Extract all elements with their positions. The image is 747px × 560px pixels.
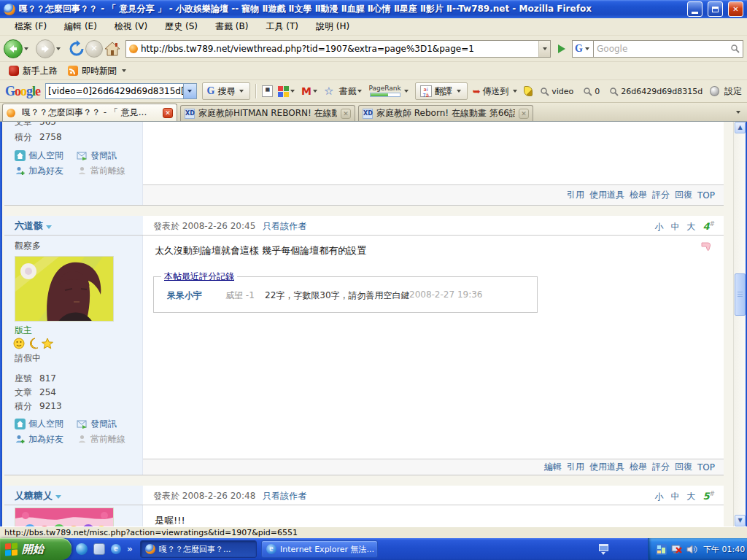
settings-label[interactable]: 設定 (724, 85, 742, 98)
scrollbar-thumb[interactable] (735, 273, 746, 316)
word-find-hash[interactable]: 26d6429d69d8315d (607, 85, 705, 98)
only-author-link[interactable]: 只看該作者 (263, 491, 306, 501)
forward-button[interactable] (36, 39, 55, 58)
pagerank-stamp-icon[interactable]: ▦ (262, 85, 273, 97)
quote-link[interactable]: 引用 (567, 189, 584, 201)
tray-media-icon[interactable] (656, 544, 667, 555)
word-find-video[interactable]: video (538, 85, 576, 98)
personal-space-link[interactable]: 個人空間 (28, 418, 63, 430)
reload-button[interactable] (68, 40, 85, 58)
menu-bookmarks[interactable]: 書籤 (B) (208, 18, 255, 35)
font-large-link[interactable]: 大 (686, 221, 695, 233)
url-bar[interactable] (125, 40, 551, 58)
font-small-link[interactable]: 小 (654, 221, 663, 233)
home-button[interactable] (103, 39, 122, 58)
chevron-more-icon[interactable]: » (127, 544, 133, 554)
top-link[interactable]: TOP (697, 462, 715, 472)
send-to-button[interactable]: ➥ 傳送到 (473, 85, 519, 98)
tray-disconnected-icon[interactable] (671, 544, 682, 555)
restore-button[interactable] (708, 1, 723, 17)
send-message-link[interactable]: 發簡訊 (90, 149, 117, 162)
personal-space-link[interactable]: 個人空間 (28, 149, 63, 162)
google-search-input[interactable] (46, 86, 183, 96)
add-friend-link[interactable]: 加為好友 (28, 433, 63, 446)
menu-history[interactable]: 歷史 (S) (158, 18, 205, 35)
add-friend-link[interactable]: 加為好友 (28, 165, 63, 177)
search-engine-button[interactable]: G (572, 40, 594, 58)
only-author-link[interactable]: 只看該作者 (263, 221, 306, 231)
use-item-link[interactable]: 使用道具 (589, 461, 624, 473)
pagerank-button[interactable]: PageRank (368, 85, 409, 97)
menu-view[interactable]: 檢視 (V) (107, 18, 155, 35)
edit-link[interactable]: 編輯 (544, 461, 562, 473)
google-search-dropdown[interactable] (183, 84, 196, 98)
quote-link[interactable]: 引用 (567, 461, 584, 473)
go-button[interactable] (554, 40, 569, 58)
floor-number[interactable]: 4# (703, 220, 715, 232)
forward-dropdown[interactable] (56, 47, 61, 50)
taskbar-task-firefox[interactable]: 嘎？？怎麼回事？... (140, 540, 257, 558)
menu-help[interactable]: 說明 (H) (309, 18, 357, 35)
search-field[interactable] (594, 40, 743, 58)
close-button[interactable]: ✕ (728, 1, 743, 17)
top-link[interactable]: TOP (697, 190, 715, 201)
font-medium-link[interactable]: 中 (670, 221, 679, 233)
tab-reborn-2[interactable]: XD 家庭教師 Reborn! 在線動畫 第66話 -... ✕ (358, 105, 533, 121)
back-button[interactable] (4, 39, 23, 58)
clock[interactable]: 下午 01:40 (703, 544, 745, 555)
back-dropdown[interactable] (24, 47, 28, 50)
google-search-combo[interactable] (45, 83, 197, 99)
tab-close-icon[interactable]: ✕ (519, 109, 529, 119)
send-message-link[interactable]: 發簡訊 (90, 418, 117, 430)
taskbar-toolbar-handle[interactable] (597, 540, 610, 558)
ie-quicklaunch-icon[interactable]: e (111, 544, 121, 554)
rate-link[interactable]: 評分 (652, 461, 670, 473)
user-avatar[interactable] (15, 508, 114, 526)
tab-close-icon[interactable]: ✕ (163, 108, 173, 118)
floor-number[interactable]: 5# (703, 490, 715, 502)
tray-volume-icon[interactable] (686, 544, 697, 555)
menu-file[interactable]: 檔案 (F) (7, 18, 54, 35)
google-bookmarks-button[interactable]: 書籤 (338, 85, 363, 98)
tab-close-icon[interactable]: ✕ (341, 109, 351, 119)
options-sphere-icon[interactable] (710, 86, 719, 96)
highlighter-icon[interactable] (524, 86, 533, 96)
bookmark-latest-news[interactable]: 即時新聞 (65, 63, 131, 79)
report-link[interactable]: 檢舉 (630, 189, 647, 201)
use-item-link[interactable]: 使用道具 (589, 189, 624, 201)
translate-button[interactable]: ai7ä 翻譯 (415, 82, 468, 100)
search-input[interactable] (597, 44, 730, 54)
tab-list-dropdown[interactable] (732, 105, 745, 120)
reply-link[interactable]: 回復 (675, 189, 692, 201)
taskbar-task-ie[interactable]: e Internet Explorer 無法... (261, 540, 378, 558)
start-button[interactable]: 開始 (0, 538, 71, 560)
vertical-scrollbar[interactable]: ▲ ▼ (733, 122, 746, 526)
user-avatar[interactable] (15, 256, 114, 322)
menu-tools[interactable]: 工具 (T) (258, 18, 306, 35)
globe-icon[interactable] (76, 543, 88, 555)
gmail-button[interactable]: M (301, 85, 319, 97)
scroll-down-button[interactable]: ▼ (735, 515, 746, 526)
google-search-button[interactable]: G 搜尋 (202, 82, 251, 100)
font-large-link[interactable]: 大 (686, 491, 695, 503)
reply-link[interactable]: 回復 (675, 461, 692, 473)
minimize-button[interactable] (687, 1, 703, 17)
user-dropdown-icon[interactable] (46, 225, 52, 229)
user-dropdown-icon[interactable] (55, 495, 61, 499)
tab-reborn-1[interactable]: XD 家庭教師HITMAN REBORN! 在線動... ✕ (180, 105, 355, 121)
menu-edit[interactable]: 編輯 (E) (57, 18, 104, 35)
bookmark-getting-started[interactable]: 新手上路 (6, 63, 61, 79)
font-small-link[interactable]: 小 (654, 491, 663, 503)
username-link[interactable]: 乂糖糖乂 (15, 489, 61, 502)
username-link[interactable]: 六道骸 (15, 219, 52, 233)
window-icon[interactable] (93, 543, 105, 555)
rate-link[interactable]: 評分 (652, 189, 670, 201)
font-medium-link[interactable]: 中 (670, 491, 679, 503)
url-input[interactable] (141, 44, 538, 54)
bookmark-star-icon[interactable]: ☆ (324, 85, 333, 98)
scroll-up-button[interactable]: ▲ (735, 122, 746, 133)
url-history-dropdown[interactable] (538, 41, 550, 57)
google-apps-button[interactable] (278, 86, 296, 97)
tab-thread[interactable]: 嘎？？怎麼回事？？ - 「 意見... ✕ (2, 104, 177, 121)
stop-button[interactable]: ✕ (85, 40, 103, 58)
